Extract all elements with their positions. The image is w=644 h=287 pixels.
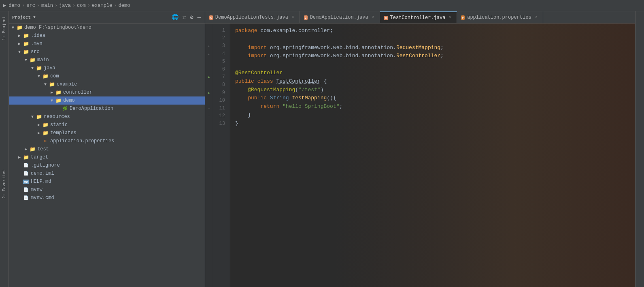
settings-icon[interactable]: ⚙ [189, 13, 194, 21]
code-line-10: return "hello SpringBoot"; [235, 103, 630, 111]
tree-item-application-props[interactable]: ⚙application.properties [9, 137, 205, 145]
tree-arrow-controller: ▶ [49, 90, 54, 95]
dropdown-arrow[interactable]: ▼ [33, 15, 35, 19]
tree-label-example: example [57, 81, 77, 87]
tree-arrow-java: ▼ [30, 66, 35, 71]
tree-icon-demo-pkg: 📁 [55, 97, 62, 104]
gutter-13 [205, 120, 213, 128]
tree-label-mvnw: mvnw [31, 187, 43, 193]
tree-item-com[interactable]: ▼📁com [9, 72, 205, 80]
editor-area: CDemoApplicationTests.java×CDemoApplicat… [205, 11, 635, 287]
tab-close-DemoApplicationTests[interactable]: × [291, 15, 295, 20]
app-icon: ▶ [3, 2, 6, 9]
tree-item-mvnw-cmd[interactable]: 📄mvnw.cmd [9, 194, 205, 202]
tree-label-demo-pkg: demo [63, 98, 75, 103]
tree-item-resources[interactable]: ▼📁resources [9, 113, 205, 121]
tree-label-application-props: application.properties [50, 138, 114, 144]
gutter-2 [205, 34, 213, 42]
gutter-1 [205, 27, 213, 34]
tree-item-test[interactable]: ▶📁test [9, 145, 205, 153]
gutter-5 [205, 58, 213, 66]
locate-icon[interactable]: 🌐 [171, 13, 179, 21]
tree-icon-src: 📁 [23, 49, 29, 55]
project-tab[interactable]: 1: Project [1, 13, 8, 44]
tab-DemoApplicationTests[interactable]: CDemoApplicationTests.java× [205, 11, 300, 24]
favorites-tab[interactable]: 2: Favorites [1, 166, 8, 202]
tree-icon-DemoApplication: 🌿 [62, 105, 68, 112]
tree-item-java[interactable]: ▼📁java [9, 64, 205, 72]
tree-label-src: src [31, 49, 40, 55]
tree-item-templates[interactable]: ▶📁templates [9, 129, 205, 137]
tab-close-application-properties[interactable]: × [534, 15, 539, 20]
sidebar-header: Project ▼ 🌐 ⇄ ⚙ — [9, 11, 205, 24]
line-num-11: 11 [213, 105, 227, 112]
gutter-12: ⏤ [205, 112, 213, 120]
tree-item-idea[interactable]: ▶📁.idea [9, 32, 205, 40]
tree-item-demo-iml[interactable]: 📄demo.iml [9, 169, 205, 178]
tree-icon-demo-root: 📁 [16, 24, 23, 31]
tree-item-example[interactable]: ▼📁example [9, 80, 205, 88]
tree-item-static[interactable]: ▶📁static [9, 121, 205, 129]
tree-item-controller[interactable]: ▶📁controller [9, 88, 205, 96]
tree-item-mvnw[interactable]: 📄mvnw [9, 186, 205, 194]
minimize-icon[interactable]: — [197, 13, 202, 21]
line-num-8: 8 [213, 81, 227, 89]
tree-label-com: com [50, 73, 59, 79]
tab-close-TestController[interactable]: × [448, 15, 453, 20]
tab-DemoApplication[interactable]: CDemoApplication.java× [300, 11, 380, 24]
tree-item-demo-pkg[interactable]: ▼📁demo [9, 96, 205, 105]
line-num-1: 1 [213, 27, 227, 34]
tree-label-mvnw-cmd: mvnw.cmd [31, 195, 54, 201]
sidebar-toolbar: 🌐 ⇄ ⚙ — [171, 13, 202, 21]
tree-icon-HELP-md: MD [23, 178, 29, 185]
code-line-5 [235, 60, 630, 69]
tree-item-main[interactable]: ▼📁main [9, 56, 205, 64]
tab-application-properties[interactable]: Papplication.properties× [457, 11, 543, 24]
tree-label-idea: .idea [31, 33, 45, 39]
sidebar: Project ▼ 🌐 ⇄ ⚙ — ▼📁demo F:\springboot\d… [9, 11, 205, 287]
breadcrumb-example: example [92, 3, 112, 9]
tab-label-TestController: TestController.java [390, 15, 446, 21]
project-dropdown[interactable]: Project [12, 15, 31, 20]
breadcrumb-demo: demo [9, 3, 20, 9]
tree-icon-gitignore: 📄 [23, 162, 29, 169]
line-num-9: 9 [213, 89, 227, 97]
tree-label-DemoApplication: DemoApplication [70, 106, 113, 111]
tree-item-gitignore[interactable]: 📄.gitignore [9, 161, 205, 169]
tree-item-src[interactable]: ▼📁src [9, 48, 205, 56]
tree-arrow-templates: ▶ [36, 131, 41, 135]
line-num-3: 3 [213, 42, 227, 50]
tree-item-DemoApplication[interactable]: 🌿DemoApplication [9, 105, 205, 113]
tree-icon-idea: 📁 [23, 32, 29, 39]
tree-icon-mvn: 📁 [23, 41, 29, 47]
line-num-10: 10 [213, 97, 227, 105]
breadcrumb-java: java [59, 3, 71, 9]
tab-close-DemoApplication[interactable]: × [371, 15, 376, 20]
tree-item-target[interactable]: ▶📁target [9, 153, 205, 161]
collapse-icon[interactable]: ⇄ [182, 13, 187, 21]
tree-arrow-com: ▼ [36, 74, 41, 79]
tree-icon-controller: 📁 [55, 89, 62, 96]
tree-item-mvn[interactable]: ▶📁.mvn [9, 40, 205, 48]
tree-icon-mvnw: 📄 [23, 186, 29, 193]
code-line-6: @RestController [235, 69, 630, 77]
code-content[interactable]: package com.example.controller; import o… [230, 24, 635, 287]
sidebar-title: Project ▼ [12, 15, 36, 20]
tab-icon-DemoApplicationTests: C [209, 15, 213, 20]
left-side-tabs: 1: Project 2: Favorites [0, 11, 9, 287]
tree-label-controller: controller [63, 90, 92, 95]
gutter-9: ▶ [205, 89, 213, 97]
tree-icon-java: 📁 [36, 65, 42, 71]
tree-icon-example: 📁 [49, 81, 55, 88]
tree-item-demo-root[interactable]: ▼📁demo F:\springboot\demo [9, 24, 205, 32]
tree-label-main: main [37, 57, 49, 63]
code-line-1: package com.example.controller; [235, 27, 630, 35]
tree-item-HELP-md[interactable]: MDHELP.md [9, 178, 205, 186]
tab-TestController[interactable]: CTestController.java× [380, 11, 457, 24]
tab-label-DemoApplicationTests: DemoApplicationTests.java [215, 15, 288, 20]
tree-label-gitignore: .gitignore [31, 163, 60, 168]
gutter-4: ▸ [205, 50, 213, 58]
tree-arrow-demo-pkg: ▼ [49, 99, 54, 103]
gutter-10 [205, 97, 213, 105]
tab-bar: CDemoApplicationTests.java×CDemoApplicat… [205, 11, 635, 24]
